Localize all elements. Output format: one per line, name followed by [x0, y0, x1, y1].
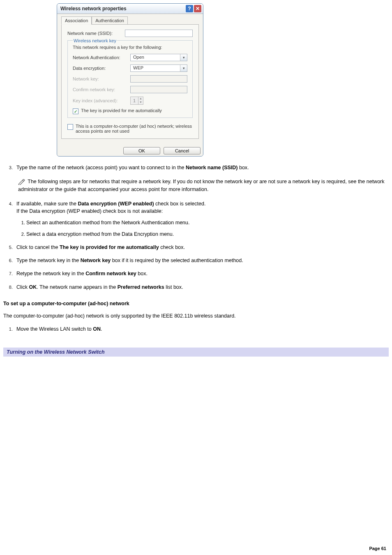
help-button[interactable]: ?: [186, 5, 193, 12]
wireless-key-group: Wireless network key This network requir…: [67, 40, 193, 118]
netkey-label: Network key:: [73, 76, 130, 81]
chevron-down-icon: ▾: [180, 65, 187, 71]
wireless-properties-dialog: Wireless network properties ? ✕ Associat…: [57, 3, 203, 157]
paragraph: The computer-to-computer (ad-hoc) networ…: [3, 312, 389, 320]
key-index-value: 1: [131, 98, 138, 103]
list-item: Select an authentication method from the…: [26, 219, 389, 226]
network-key-input: [130, 75, 187, 83]
group-desc: This network requires a key for the foll…: [73, 45, 187, 50]
titlebar: Wireless network properties ? ✕: [57, 4, 203, 14]
auto-key-checkbox[interactable]: ✓: [73, 108, 78, 114]
tab-association[interactable]: Association: [61, 16, 92, 25]
tab-panel-association: Network name (SSID): Wireless network ke…: [61, 24, 199, 139]
list-item: Click to cancel the The key is provided …: [14, 244, 389, 251]
keyindex-label: Key index (advanced):: [73, 98, 130, 103]
close-button[interactable]: ✕: [194, 5, 201, 12]
enc-value: WEP: [131, 65, 180, 71]
section-heading: To set up a computer-to-computer (ad-hoc…: [3, 301, 389, 306]
confirm-label: Confirm network key:: [73, 87, 130, 92]
list-item: Move the Wireless LAN switch to ON.: [14, 325, 389, 333]
cancel-button[interactable]: Cancel: [164, 147, 201, 154]
list-item: Type the network key in the Network key …: [14, 257, 389, 264]
note: The following steps are for networks tha…: [16, 178, 389, 193]
auth-label: Network Authentication:: [73, 55, 130, 60]
tab-authentication[interactable]: Authentication: [92, 16, 128, 25]
pencil-icon: [18, 179, 25, 185]
list-item: Select a data encryption method from the…: [26, 230, 389, 238]
tabs: Association Authentication: [61, 16, 199, 25]
auto-key-label: The key is provided for me automatically: [81, 108, 162, 113]
enc-select[interactable]: WEP ▾: [130, 64, 187, 72]
chevron-down-icon: ▾: [180, 54, 187, 61]
document-body: Type the name of the network (access poi…: [3, 164, 389, 357]
enc-label: Data encryption:: [73, 66, 130, 71]
ssid-input[interactable]: [125, 30, 193, 37]
ssid-label: Network name (SSID):: [67, 31, 125, 36]
group-legend: Wireless network key: [73, 38, 117, 43]
key-index-spinner: 1 ▲▼: [130, 97, 143, 105]
list-item: Retype the network key in the Confirm ne…: [14, 270, 389, 277]
auth-value: Open: [131, 54, 180, 61]
confirm-key-input: [130, 86, 187, 93]
list-item: If available, make sure the Data encrypt…: [14, 200, 389, 238]
auth-select[interactable]: Open ▾: [130, 54, 187, 61]
adhoc-label: This is a computer-to-computer (ad hoc) …: [76, 124, 193, 134]
window-title: Wireless network properties: [60, 6, 127, 12]
list-item: Type the name of the network (access poi…: [14, 164, 389, 193]
figure-caption: Turning on the Wireless Network Switch: [3, 348, 389, 357]
list-item: Click OK. The network name appears in th…: [14, 283, 389, 291]
ok-button[interactable]: OK: [123, 147, 160, 154]
adhoc-checkbox[interactable]: [67, 124, 73, 130]
